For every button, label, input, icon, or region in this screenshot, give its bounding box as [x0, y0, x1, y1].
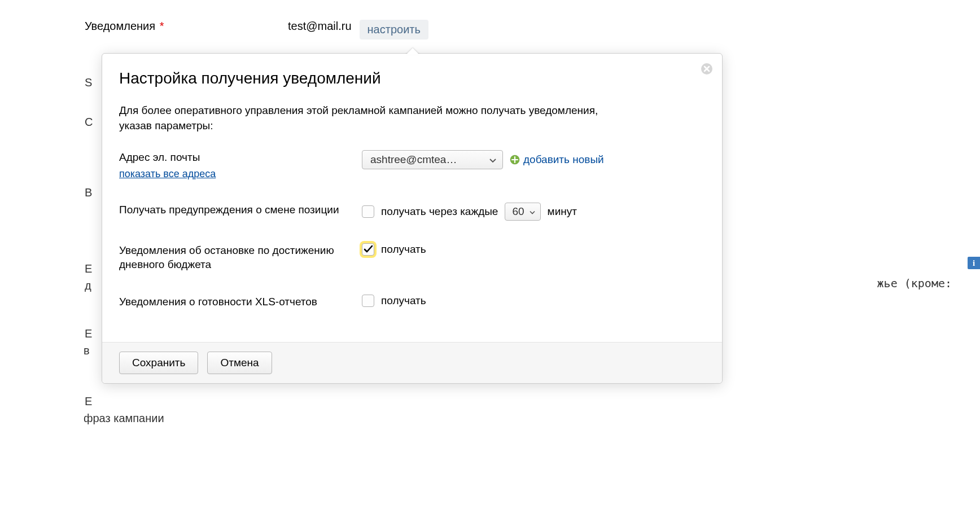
budget-stop-label-col: Уведомления об остановке по достижению д…: [119, 243, 362, 272]
position-warnings-label-col: Получать предупреждения о смене позиции: [119, 203, 362, 217]
bg-letter: В: [85, 186, 92, 199]
budget-stop-controls: получать: [362, 243, 426, 256]
email-label-col: Адрес эл. почты показать все адреса: [119, 150, 362, 180]
bg-letter: д: [85, 279, 91, 292]
cancel-button[interactable]: Отмена: [207, 352, 272, 374]
position-warnings-checkbox[interactable]: [362, 205, 374, 218]
dialog-title: Настройка получения уведомлений: [119, 69, 705, 87]
dialog-arrow: [406, 48, 419, 55]
xls-reports-row: Уведомления о готовности XLS-отчетов пол…: [119, 295, 705, 309]
email-select-value: ashtree@cmtea…: [370, 153, 457, 166]
position-warnings-controls: получать через каждые 60 минут: [362, 203, 577, 221]
email-label: Адрес эл. почты: [119, 150, 362, 165]
notification-email-value: test@mail.ru: [288, 20, 352, 33]
xls-reports-checkbox[interactable]: [362, 295, 374, 307]
interval-value: 60: [512, 205, 524, 218]
xls-reports-controls: получать: [362, 295, 426, 307]
configure-button[interactable]: настроить: [360, 20, 428, 40]
budget-stop-label: Уведомления об остановке по достижению д…: [119, 243, 362, 272]
notifications-label: Уведомления *: [85, 20, 288, 33]
interval-unit: минут: [548, 205, 577, 218]
bg-letter: Е: [85, 262, 92, 275]
email-controls: ashtree@cmtea… добавить новый: [362, 150, 604, 169]
position-warnings-row: Получать предупреждения о смене позиции …: [119, 203, 705, 221]
position-warnings-label: Получать предупреждения о смене позиции: [119, 203, 362, 217]
bg-letter: в: [84, 344, 90, 357]
notification-settings-dialog: Настройка получения уведомлений Для боле…: [102, 53, 723, 384]
position-warnings-checkbox-label: получать через каждые: [381, 205, 498, 218]
chevron-down-icon: [489, 153, 497, 166]
xls-reports-label-col: Уведомления о готовности XLS-отчетов: [119, 295, 362, 309]
dialog-body: Настройка получения уведомлений Для боле…: [102, 54, 722, 342]
bg-letter: Е: [85, 395, 92, 408]
required-asterisk: *: [160, 20, 164, 32]
info-badge-icon[interactable]: i: [968, 257, 980, 269]
email-row: Адрес эл. почты показать все адреса asht…: [119, 150, 705, 180]
bg-letter: Е: [85, 327, 92, 340]
email-select[interactable]: ashtree@cmtea…: [362, 150, 503, 169]
show-all-addresses-link[interactable]: показать все адреса: [119, 168, 216, 180]
interval-select[interactable]: 60: [505, 203, 540, 221]
bg-letter: S: [85, 76, 92, 89]
close-icon[interactable]: [701, 63, 713, 75]
budget-stop-checkbox[interactable]: [362, 243, 374, 256]
bg-fragment-right: жье (кроме:: [877, 277, 952, 290]
save-button[interactable]: Сохранить: [119, 352, 198, 374]
dialog-description: Для более оперативного управления этой р…: [119, 103, 616, 133]
bg-letter: С: [85, 116, 93, 129]
plus-circle-icon: [510, 155, 520, 165]
dialog-footer: Сохранить Отмена: [102, 342, 722, 383]
bg-phrases-line: фраз кампании: [84, 412, 196, 425]
notifications-row: Уведомления * test@mail.ru настроить: [85, 20, 895, 40]
add-new-email-link[interactable]: добавить новый: [510, 153, 604, 166]
chevron-down-icon: [529, 205, 536, 218]
budget-stop-checkbox-label: получать: [381, 243, 426, 256]
add-new-email-text: добавить новый: [523, 153, 604, 166]
budget-stop-row: Уведомления об остановке по достижению д…: [119, 243, 705, 272]
notifications-label-text: Уведомления: [85, 20, 155, 32]
xls-reports-label: Уведомления о готовности XLS-отчетов: [119, 295, 362, 309]
xls-reports-checkbox-label: получать: [381, 295, 426, 307]
